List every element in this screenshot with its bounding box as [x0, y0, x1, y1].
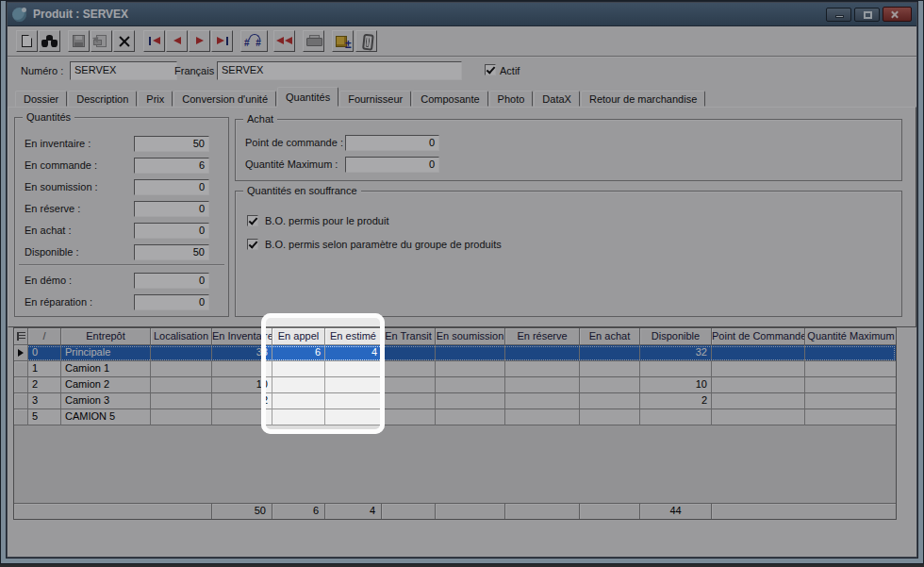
grid-header-entrepot[interactable]: Entrepôt — [61, 328, 151, 345]
grid-cell-entrepot-0[interactable]: Principale — [61, 345, 151, 361]
next-button[interactable] — [189, 30, 210, 52]
grid-cell-estime-4[interactable] — [325, 409, 382, 425]
grid-row-1[interactable]: 1Camion 1 — [14, 361, 896, 377]
grid-row-2[interactable]: 2Camion 21010 — [14, 377, 896, 393]
tab-dossier[interactable]: Dossier — [15, 91, 67, 107]
grid-row-3[interactable]: 3Camion 322 — [14, 393, 896, 409]
grid-cell-soumission-4[interactable] — [436, 409, 505, 425]
grid-row-0[interactable]: 0Principale386432 — [14, 345, 896, 361]
grid-cell-reserve-4[interactable] — [505, 409, 580, 425]
grid-cell-appel-3[interactable] — [272, 393, 325, 409]
grid-cell-pdc-1[interactable] — [712, 361, 805, 377]
grid-cell-qmax-1[interactable] — [805, 361, 897, 377]
transfer-button[interactable] — [91, 30, 112, 52]
grid-header-appel[interactable]: En appel — [272, 328, 325, 345]
grid-cell-entrepot-1[interactable]: Camion 1 — [61, 361, 151, 377]
grid-cell-disponible-3[interactable]: 2 — [640, 393, 712, 409]
grid-cell-localisation-4[interactable] — [151, 409, 212, 425]
qty-en-commande-field[interactable]: 6 — [134, 158, 209, 174]
grid-cell-estime-2[interactable] — [325, 377, 382, 393]
grid-cell-inv-4[interactable] — [212, 409, 272, 425]
bo-checkbox-0[interactable] — [247, 215, 258, 226]
new-button[interactable] — [16, 30, 38, 52]
grid-cell-achat-2[interactable] — [580, 377, 640, 393]
tab-photo[interactable]: Photo — [489, 91, 534, 107]
grid-header-reserve[interactable]: En réserve — [505, 328, 580, 345]
qty-disponible-field[interactable]: 50 — [134, 244, 209, 260]
grid-cell-entrepot-3[interactable]: Camion 3 — [61, 393, 151, 409]
grid-header-soumission[interactable]: En soumission — [436, 328, 505, 345]
grid-cell-inv-3[interactable]: 2 — [212, 393, 272, 409]
grid-cell-appel-4[interactable] — [272, 409, 325, 425]
grid-cell-localisation-2[interactable] — [151, 377, 212, 393]
grid-header-localisation[interactable]: Localisation — [151, 328, 212, 345]
grid-cell-soumission-0[interactable] — [436, 345, 505, 361]
adjust-button[interactable] — [332, 30, 354, 52]
prev-button[interactable] — [166, 30, 188, 52]
achat-point-de-commande-field[interactable]: 0 — [345, 135, 439, 151]
grid-cell-reserve-2[interactable] — [505, 377, 580, 393]
maximize-button[interactable] — [854, 8, 880, 22]
grid-cell-qmax-4[interactable] — [805, 409, 897, 425]
grid-cell-disponible-0[interactable]: 32 — [640, 345, 712, 361]
tab-fournisseur[interactable]: Fournisseur — [339, 91, 411, 107]
numero-field[interactable]: SERVEX — [70, 61, 177, 80]
grid-cell-disponible-4[interactable] — [640, 409, 712, 425]
close-button[interactable] — [883, 7, 912, 22]
grid-cell-achat-4[interactable] — [580, 409, 640, 425]
tab-conversion-d-unit-[interactable]: Conversion d'unité — [173, 91, 276, 107]
grid-cell-localisation-0[interactable] — [151, 345, 212, 361]
delete-button[interactable] — [113, 30, 135, 52]
grid-cell-num-1[interactable]: 1 — [28, 361, 61, 377]
qty-en-d-mo-field[interactable]: 0 — [134, 273, 209, 289]
grid-cell-appel-2[interactable] — [272, 377, 325, 393]
grid-cell-inv-2[interactable]: 10 — [212, 377, 272, 393]
qty-en-soumission-field[interactable]: 0 — [134, 179, 209, 195]
grid-cell-pdc-2[interactable] — [712, 377, 805, 393]
grid-cell-entrepot-4[interactable]: CAMION 5 — [61, 409, 151, 425]
save-button[interactable] — [68, 30, 90, 52]
achat-quantit-maximum-field[interactable]: 0 — [345, 157, 439, 173]
grid-cell-num-0[interactable]: 0 — [28, 345, 61, 361]
grid-cell-achat-3[interactable] — [580, 393, 640, 409]
grid-cell-reserve-0[interactable] — [505, 345, 580, 361]
grid-cell-transit-4[interactable] — [382, 409, 436, 425]
tab-description[interactable]: Description — [68, 91, 137, 107]
find-button[interactable] — [39, 30, 60, 52]
grid-cell-localisation-1[interactable] — [151, 361, 212, 377]
grid-cell-achat-1[interactable] — [580, 361, 640, 377]
grid-cell-qmax-3[interactable] — [805, 393, 897, 409]
grid-cell-achat-0[interactable] — [580, 345, 640, 361]
bo-checkbox-1[interactable] — [247, 239, 258, 250]
grid-cell-soumission-2[interactable] — [436, 377, 505, 393]
grid-cell-entrepot-2[interactable]: Camion 2 — [61, 377, 151, 393]
grid-cell-transit-2[interactable] — [382, 377, 436, 393]
grid-cell-estime-0[interactable]: 4 — [325, 345, 382, 361]
minimize-button[interactable] — [826, 8, 851, 22]
attach-button[interactable] — [355, 30, 377, 52]
grid-cell-appel-1[interactable] — [272, 361, 325, 377]
grid-cell-transit-1[interactable] — [382, 361, 436, 377]
grid-cell-appel-0[interactable]: 6 — [272, 345, 325, 361]
grid-cell-localisation-3[interactable] — [151, 393, 212, 409]
grid-cell-transit-3[interactable] — [382, 393, 436, 409]
grid-header-disponible[interactable]: Disponible — [640, 328, 712, 345]
print-button[interactable] — [303, 30, 324, 52]
grid-cell-pdc-4[interactable] — [712, 409, 805, 425]
tab-retour-de-marchandise[interactable]: Retour de marchandise — [581, 91, 705, 107]
renumber-button[interactable] — [240, 30, 268, 52]
grid-cell-disponible-1[interactable] — [640, 361, 712, 377]
grid-header-transit[interactable]: En Transit — [382, 328, 436, 345]
qty-en-achat-field[interactable]: 0 — [134, 223, 209, 239]
grid-cell-estime-3[interactable] — [325, 393, 382, 409]
grid-cell-estime-1[interactable] — [325, 361, 382, 377]
actif-checkbox[interactable] — [485, 64, 496, 75]
grid-cell-inv-0[interactable]: 38 — [212, 345, 272, 361]
grid-row-4[interactable]: 5CAMION 5 — [14, 409, 896, 425]
grid-cell-disponible-2[interactable]: 10 — [640, 377, 712, 393]
qty-en-inventaire-field[interactable]: 50 — [134, 136, 209, 152]
grid-cell-pdc-0[interactable] — [712, 345, 805, 361]
francais-field[interactable]: SERVEX — [217, 61, 462, 80]
last-button[interactable] — [211, 30, 233, 52]
tab-datax[interactable]: DataX — [534, 91, 580, 107]
